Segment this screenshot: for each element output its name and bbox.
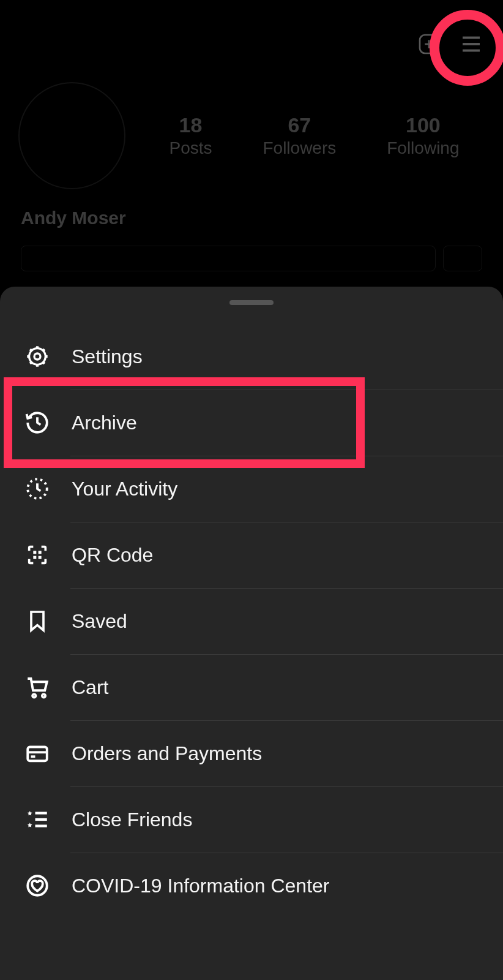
stat-posts-count: 18 — [169, 113, 212, 137]
menu-item-close-friends[interactable]: Close Friends — [0, 786, 503, 853]
menu-label-cart: Cart — [72, 676, 108, 699]
profile-action-row — [0, 235, 503, 282]
qr-icon — [23, 541, 51, 569]
bookmark-icon — [23, 608, 51, 635]
menu-label-settings: Settings — [72, 345, 143, 368]
svg-point-7 — [34, 353, 40, 360]
menu-item-archive[interactable]: Archive — [0, 390, 503, 456]
stat-posts[interactable]: 18 Posts — [169, 113, 212, 158]
profile-header: 18 Posts 67 Followers 100 Following — [0, 70, 503, 202]
menu-bottom-sheet: Settings Archive Your Activity — [0, 287, 503, 980]
stat-following-count: 100 — [387, 113, 459, 137]
menu-item-activity[interactable]: Your Activity — [0, 456, 503, 522]
activity-clock-icon — [23, 475, 51, 503]
avatar[interactable] — [18, 82, 125, 189]
menu-label-qrcode: QR Code — [72, 544, 153, 567]
svg-rect-11 — [33, 556, 36, 559]
annotation-circle-hamburger — [430, 10, 503, 86]
svg-rect-12 — [38, 556, 41, 559]
menu-label-close-friends: Close Friends — [72, 809, 192, 831]
discover-people-button[interactable] — [443, 246, 482, 271]
svg-rect-15 — [28, 747, 47, 761]
stat-followers-count: 67 — [263, 113, 336, 137]
top-bar — [0, 0, 503, 70]
profile-display-name: Andy Moser — [0, 202, 503, 235]
svg-point-14 — [42, 694, 45, 697]
menu-item-qrcode[interactable]: QR Code — [0, 522, 503, 588]
menu-label-orders: Orders and Payments — [72, 742, 262, 765]
stat-following-label: Following — [387, 138, 459, 158]
star-list-icon — [23, 806, 51, 834]
svg-point-13 — [32, 694, 35, 697]
stat-following[interactable]: 100 Following — [387, 113, 459, 158]
menu-item-covid[interactable]: COVID-19 Information Center — [0, 853, 503, 919]
menu-list: Settings Archive Your Activity — [0, 323, 503, 919]
card-icon — [23, 740, 51, 767]
menu-label-activity: Your Activity — [72, 478, 177, 500]
sheet-drag-handle[interactable] — [229, 300, 274, 305]
menu-item-cart[interactable]: Cart — [0, 654, 503, 720]
svg-rect-9 — [33, 551, 36, 554]
menu-item-settings[interactable]: Settings — [0, 323, 503, 390]
menu-item-orders[interactable]: Orders and Payments — [0, 720, 503, 786]
stat-followers[interactable]: 67 Followers — [263, 113, 336, 158]
menu-label-archive: Archive — [72, 412, 137, 434]
profile-stats: 18 Posts 67 Followers 100 Following — [144, 113, 485, 158]
history-icon — [23, 409, 51, 437]
menu-item-saved[interactable]: Saved — [0, 588, 503, 654]
stat-posts-label: Posts — [169, 138, 212, 158]
edit-profile-button[interactable] — [21, 246, 436, 271]
stat-followers-label: Followers — [263, 138, 336, 158]
menu-label-covid: COVID-19 Information Center — [72, 875, 330, 897]
gear-icon — [23, 343, 51, 371]
menu-label-saved: Saved — [72, 610, 127, 633]
svg-point-6 — [29, 349, 45, 365]
cart-icon — [23, 674, 51, 701]
heart-badge-icon — [23, 872, 51, 900]
svg-rect-10 — [38, 551, 41, 554]
